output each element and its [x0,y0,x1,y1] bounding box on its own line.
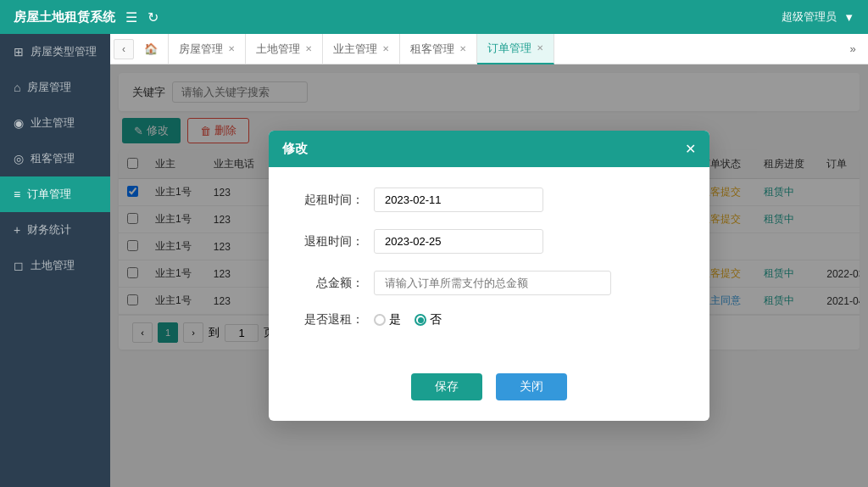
tab-bar: ‹ 🏠 房屋管理 ✕ 土地管理 ✕ 业主管理 ✕ 租客管理 [110,34,868,64]
sidebar-item-house[interactable]: ⌂ 房屋管理 [0,70,110,105]
modal-title: 修改 [282,141,308,157]
content-area: ‹ 🏠 房屋管理 ✕ 土地管理 ✕ 业主管理 ✕ 租客管理 [110,34,868,487]
refund-yes-radio[interactable] [374,314,386,326]
house-type-icon: ⊞ [14,45,24,59]
tab-label: 租客管理 [410,42,454,57]
house-icon: ⌂ [14,81,20,94]
user-dropdown-icon[interactable]: ▼ [843,11,854,24]
refund-yes-option[interactable]: 是 [374,312,401,327]
refund-no-option[interactable]: 否 [415,312,442,327]
sidebar-item-land[interactable]: ◻ 土地管理 [0,248,110,283]
sidebar-item-label: 租客管理 [31,151,75,166]
refund-no-radio[interactable] [415,314,426,326]
tab-house-mgmt[interactable]: 房屋管理 ✕ [169,34,246,64]
refund-no-label: 否 [430,312,442,327]
order-icon: ≡ [14,188,20,201]
modal-header: 修改 ✕ [269,131,709,167]
sidebar-item-owner[interactable]: ◉ 业主管理 [0,105,110,141]
tab-label: 订单管理 [487,41,531,56]
owner-icon: ◉ [14,116,24,130]
tab-close-owner[interactable]: ✕ [382,44,389,53]
sidebar-item-house-type[interactable]: ⊞ 房屋类型管理 [0,34,110,70]
finance-icon: + [14,223,20,237]
sidebar-item-label: 房屋管理 [27,80,71,95]
tab-label: 土地管理 [256,42,300,57]
username: 超级管理员 [782,9,837,25]
tenant-icon: ◎ [14,152,24,165]
sidebar-item-label: 财务统计 [27,222,71,238]
total-label: 总金额： [296,276,364,291]
start-time-input[interactable] [374,188,543,212]
app-title: 房屋土地租赁系统 [14,9,115,25]
sidebar-item-label: 房屋类型管理 [31,44,97,59]
start-time-label: 起租时间： [296,193,364,208]
sidebar-item-finance[interactable]: + 财务统计 [0,212,110,248]
form-row-total: 总金额： [296,271,682,295]
form-row-end: 退租时间： [296,229,682,254]
edit-modal: 修改 ✕ 起租时间： 退租时间： [269,131,709,421]
sidebar-item-order[interactable]: ≡ 订单管理 [0,176,110,212]
menu-icon[interactable]: ☰ [125,9,137,25]
end-time-input[interactable] [374,229,543,254]
sidebar-item-label: 订单管理 [27,187,71,202]
tab-label: 房屋管理 [179,42,223,57]
tab-home[interactable]: 🏠 [134,34,169,64]
close-button[interactable]: 关闭 [496,373,567,400]
modal-overlay: 修改 ✕ 起租时间： 退租时间： [110,64,868,487]
radio-dot [418,317,424,323]
save-button[interactable]: 保存 [411,373,482,400]
modal-close-icon[interactable]: ✕ [685,141,696,157]
form-row-refund: 是否退租： 是 [296,312,682,327]
refund-yes-label: 是 [389,312,401,327]
refund-radio-group: 是 否 [374,312,442,327]
sidebar-item-label: 土地管理 [31,258,75,273]
modal-footer: 保存 关闭 [269,365,709,421]
sidebar-item-tenant[interactable]: ◎ 租客管理 [0,141,110,176]
tab-owner-mgmt[interactable]: 业主管理 ✕ [323,34,400,64]
top-header: 房屋土地租赁系统 ☰ ↻ 超级管理员 ▼ [0,0,868,34]
tab-tenant-mgmt[interactable]: 租客管理 ✕ [400,34,477,64]
tab-prev-btn[interactable]: ‹ [114,39,134,59]
tab-order-mgmt[interactable]: 订单管理 ✕ [477,34,554,64]
refund-label: 是否退租： [296,312,364,327]
tab-close-house[interactable]: ✕ [228,44,235,53]
sidebar: ⊞ 房屋类型管理 ⌂ 房屋管理 ◉ 业主管理 ◎ 租客管理 ≡ 订单管理 + 财… [0,34,110,487]
page-content: 关键字 ✎ 修改 🗑 删除 [110,64,868,487]
tab-more-btn[interactable]: » [841,42,865,55]
total-input[interactable] [374,271,611,295]
land-icon: ◻ [14,259,24,272]
tab-close-land[interactable]: ✕ [305,44,312,53]
sidebar-item-label: 业主管理 [31,115,75,131]
form-row-start: 起租时间： [296,188,682,212]
home-tab-icon: 🏠 [144,42,158,55]
refresh-icon[interactable]: ↻ [147,9,159,25]
tab-land-mgmt[interactable]: 土地管理 ✕ [246,34,323,64]
end-time-label: 退租时间： [296,234,364,249]
modal-body: 起租时间： 退租时间： 总金额： [269,167,709,365]
header-right: 超级管理员 ▼ [782,9,854,25]
tab-close-order[interactable]: ✕ [537,43,543,53]
tab-close-tenant[interactable]: ✕ [459,44,466,53]
header-left: 房屋土地租赁系统 ☰ ↻ [14,9,159,25]
tab-label: 业主管理 [333,42,377,57]
